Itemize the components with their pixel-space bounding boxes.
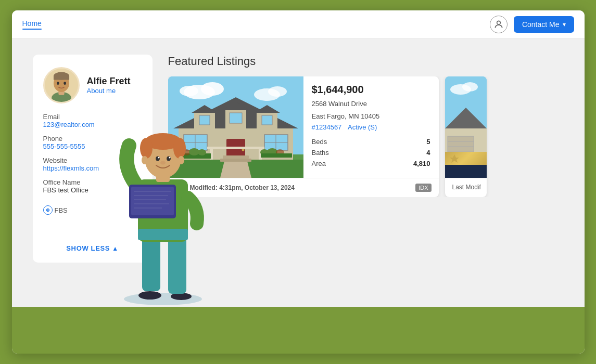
partial-listing-image [445,76,487,178]
listing-address-1: 2568 Walnut Drive [312,99,430,109]
baths-value: 4 [372,147,430,158]
area-value: 4,810 [372,158,430,169]
avatar [43,67,80,103]
svg-point-43 [198,149,206,155]
baths-label: Baths [312,147,372,158]
agent-card: Alfie Frett About me Email 123@realtor.c… [33,55,153,263]
home-nav-link[interactable]: Home [22,19,42,29]
listings-title: Featured Listings [168,55,564,68]
listing-image [168,76,303,178]
svg-point-8 [64,82,66,85]
chevron-up-icon: ▲ [112,245,119,252]
beds-row: Beds 5 [312,136,430,147]
svg-rect-6 [53,76,69,80]
email-label: Email [43,113,142,121]
fbs-icon: ⊕ [43,205,53,215]
gold-swatch [445,152,487,165]
agent-info: Alfie Frett About me [87,76,131,95]
svg-rect-22 [199,115,210,125]
listing-card-partial[interactable]: Last Modif [445,76,487,197]
listing-stats-table: Beds 5 Baths 4 Area 4,810 [312,136,430,169]
mls-number: #1234567 [312,123,342,131]
email-value[interactable]: 123@realtor.com [43,121,142,128]
listing-active-status: Active (S) [348,123,377,131]
nav-left: Home [22,19,42,30]
svg-rect-50 [223,155,249,159]
navy-swatch [445,165,487,178]
agent-header: Alfie Frett About me [43,67,131,103]
user-icon[interactable] [490,16,508,33]
beds-label: Beds [312,136,372,147]
svg-rect-48 [261,153,292,158]
beds-value: 5 [372,136,430,147]
agent-details: Email 123@realtor.com Phone 555-555-5555… [43,113,142,200]
phone-value[interactable]: 555-555-5555 [43,142,142,150]
nav-right: Contact Me ▾ [490,16,574,33]
office-label: Office Name [43,178,142,186]
svg-rect-49 [220,159,251,162]
listing-card[interactable]: $1,644,900 2568 Walnut Drive East Fargo,… [168,76,439,197]
phone-label: Phone [43,135,142,142]
fbs-label: FBS [55,206,68,214]
listing-footer: Last Modified: 4:31pm, October 13, 2024 … [168,178,439,197]
svg-point-63 [138,291,161,300]
fbs-logo: ⊕ FBS [43,205,68,215]
nav-underline [22,29,42,30]
svg-point-7 [57,82,59,85]
svg-point-42 [189,148,199,155]
area-row: Area 4,810 [312,158,430,169]
svg-rect-25 [230,113,242,123]
website-group: Website https://flexmls.com [43,157,142,172]
phone-group: Phone 555-555-5555 [43,135,142,150]
website-value[interactable]: https://flexmls.com [43,164,142,172]
listing-details: $1,644,900 2568 Walnut Drive East Fargo,… [303,76,439,178]
main-content: Alfie Frett About me Email 123@realtor.c… [12,39,585,307]
svg-marker-61 [450,154,459,163]
modified-label: Last Modified: [175,184,218,191]
listings-section: Featured Listings [153,55,564,197]
svg-point-12 [180,86,198,96]
svg-rect-28 [262,115,272,125]
listing-address-2: East Fargo, MN 10405 [312,111,430,122]
browser-window: Home Contact Me ▾ [12,10,585,354]
green-bottom-bar [12,307,585,354]
contact-me-button[interactable]: Contact Me ▾ [514,16,574,33]
svg-point-62 [124,293,202,305]
listing-mls: #1234567 Active (S) [312,123,430,131]
svg-point-53 [462,82,478,92]
svg-point-11 [201,82,224,96]
idx-badge: IDX [415,184,431,192]
agent-about-link[interactable]: About me [87,87,131,95]
show-less-button[interactable]: SHOW LESS ▲ [66,244,118,252]
listing-card-body: $1,644,900 2568 Walnut Drive East Fargo,… [168,76,439,178]
baths-row: Baths 4 [312,147,430,158]
agent-name: Alfie Frett [87,76,131,87]
nav-bar: Home Contact Me ▾ [12,10,585,39]
office-group: Office Name FBS test Office [43,178,142,194]
chevron-down-icon: ▾ [563,21,566,28]
area-label: Area [312,158,372,169]
listing-price: $1,644,900 [312,84,430,96]
svg-point-64 [171,293,192,300]
svg-point-14 [268,86,287,97]
last-modified: Last Modified: 4:31pm, October 13, 2024 [175,184,295,191]
svg-rect-65 [168,234,186,294]
listings-row: $1,644,900 2568 Walnut Drive East Fargo,… [168,76,564,197]
partial-card-footer: Last Modif [445,178,487,196]
svg-rect-39 [207,147,264,149]
svg-point-0 [497,21,501,24]
website-label: Website [43,157,142,164]
email-group: Email 123@realtor.com [43,113,142,128]
office-value: FBS test Office [43,186,142,194]
modified-value: 4:31pm, October 13, 2024 [219,184,295,191]
color-swatches [445,152,487,178]
